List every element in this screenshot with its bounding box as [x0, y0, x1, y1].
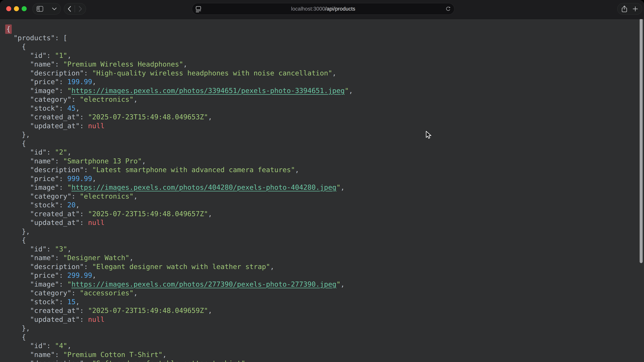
- tab-group-dropdown-button[interactable]: [52, 3, 57, 14]
- json-open-brace: {: [22, 236, 26, 244]
- json-comma: ,: [92, 271, 96, 279]
- json-quote: ": [67, 183, 72, 191]
- json-key: "created_at": [30, 210, 80, 218]
- json-colon: :: [80, 113, 88, 121]
- json-key: "price": [30, 175, 59, 183]
- reload-button[interactable]: [445, 6, 451, 12]
- json-colon: :: [59, 201, 67, 209]
- json-key: "name": [30, 157, 55, 165]
- json-string-value: "Premium Wireless Headphones": [63, 60, 183, 68]
- json-comma: ,: [76, 298, 80, 306]
- zoom-window-button[interactable]: [22, 6, 27, 11]
- json-string-value: "Smartphone 13 Pro": [63, 157, 142, 165]
- json-string-value: "accessories": [80, 289, 134, 297]
- image-url-link[interactable]: https://images.pexels.com/photos/3394651…: [72, 87, 345, 95]
- image-url-link[interactable]: https://images.pexels.com/photos/404280/…: [72, 183, 336, 191]
- url-host: localhost:3000: [291, 6, 325, 12]
- json-key: "price": [30, 271, 59, 279]
- close-window-button[interactable]: [6, 6, 11, 11]
- share-icon: [622, 5, 627, 12]
- minimize-window-button[interactable]: [14, 6, 19, 11]
- json-field-line-description: "description": "High-quality wireless he…: [0, 69, 644, 78]
- json-comma: ,: [208, 307, 212, 315]
- json-comma: ,: [92, 175, 96, 183]
- json-close-brace: },: [22, 324, 30, 332]
- json-field-line-image: "image": "https://images.pexels.com/phot…: [0, 183, 644, 192]
- json-key: "name": [30, 351, 55, 359]
- json-colon: :: [72, 95, 80, 103]
- json-comma: ,: [208, 113, 212, 121]
- json-colon: :: [84, 69, 92, 77]
- json-comma: ,: [340, 280, 345, 288]
- json-field-line-stock: "stock": 20,: [0, 201, 644, 210]
- json-field-line-category: "category": "electronics",: [0, 192, 644, 201]
- page-settings-button[interactable]: [195, 5, 202, 12]
- back-icon: [67, 6, 72, 12]
- json-colon: :: [59, 271, 67, 279]
- sidebar-icon: [36, 6, 44, 12]
- json-key: "category": [30, 289, 72, 297]
- page-settings-icon: [195, 5, 202, 12]
- json-field-line-description: "description": "Latest smartphone with a…: [0, 165, 644, 174]
- forward-button[interactable]: [78, 3, 82, 14]
- json-key: "id": [30, 342, 46, 350]
- json-object-close-line: },: [0, 130, 644, 139]
- sidebar-controls: [32, 3, 61, 15]
- json-colon: :: [80, 316, 88, 324]
- json-key: "stock": [30, 104, 59, 112]
- back-button[interactable]: [67, 3, 72, 14]
- json-comma: ,: [67, 245, 72, 253]
- json-key: "description": [30, 263, 84, 271]
- json-products-key-line: "products": [: [0, 33, 644, 42]
- json-colon: :: [59, 87, 67, 95]
- json-string-value: "3": [55, 245, 67, 253]
- json-colon: :: [46, 245, 55, 253]
- json-comma: ,: [134, 192, 138, 200]
- json-comma: ,: [130, 254, 134, 262]
- address-text: localhost:3000/api/products: [192, 6, 454, 12]
- url-bar[interactable]: localhost:3000/api/products: [192, 3, 454, 15]
- json-colon: :: [55, 157, 63, 165]
- json-field-line-created_at: "created_at": "2025-07-23T15:49:48.04965…: [0, 306, 644, 315]
- image-url-link[interactable]: https://images.pexels.com/photos/277390/…: [72, 280, 336, 288]
- json-null-value: null: [88, 219, 105, 227]
- json-key: "category": [30, 95, 72, 103]
- json-colon: :: [72, 192, 80, 200]
- json-colon: :: [55, 254, 63, 262]
- url-path: /api/products: [325, 6, 355, 12]
- json-comma: ,: [183, 60, 187, 68]
- json-key: "products": [14, 34, 55, 42]
- json-field-line-created_at: "created_at": "2025-07-23T15:49:48.04965…: [0, 210, 644, 218]
- json-null-value: null: [88, 316, 105, 324]
- json-key: "image": [30, 280, 59, 288]
- json-comma: ,: [134, 289, 138, 297]
- json-field-line-id: "id": "4",: [0, 341, 644, 350]
- json-string-value: "4": [55, 342, 67, 350]
- new-tab-icon: [632, 6, 638, 12]
- json-colon: :: [80, 122, 88, 130]
- json-string-value: "2025-07-23T15:49:48.049653Z": [88, 113, 208, 121]
- json-open-brace: {: [22, 139, 26, 147]
- json-comma: ,: [67, 148, 72, 156]
- json-colon: :: [55, 60, 63, 68]
- json-null-value: null: [88, 122, 105, 130]
- json-key: "id": [30, 148, 46, 156]
- vertical-scrollbar-thumb[interactable]: [640, 19, 643, 263]
- share-button[interactable]: [622, 3, 627, 14]
- json-comma: ,: [162, 351, 167, 359]
- json-number-value: 299.99: [67, 271, 92, 279]
- json-open-brace: {: [22, 333, 26, 341]
- json-string-value: "Latest smartphone with advanced camera …: [92, 166, 295, 174]
- new-tab-button[interactable]: [632, 3, 638, 14]
- json-comma: ,: [295, 166, 299, 174]
- json-key: "description": [30, 359, 84, 362]
- json-comma: ,: [142, 157, 146, 165]
- sidebar-toggle-button[interactable]: [36, 3, 44, 14]
- json-object-close-line: },: [0, 227, 644, 236]
- json-colon: :: [55, 34, 63, 42]
- json-string-value: "1": [55, 51, 67, 59]
- json-field-line-image: "image": "https://images.pexels.com/phot…: [0, 86, 644, 95]
- json-comma: ,: [270, 263, 274, 271]
- json-key: "updated_at": [30, 122, 80, 130]
- json-field-line-price: "price": 999.99,: [0, 174, 644, 183]
